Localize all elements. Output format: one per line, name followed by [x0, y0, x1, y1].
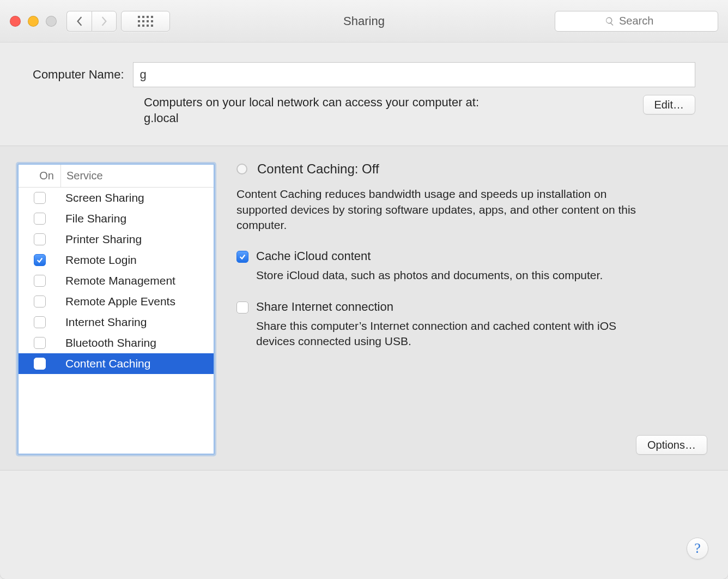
service-row[interactable]: Bluetooth Sharing [19, 333, 214, 353]
service-row[interactable]: Remote Apple Events [19, 291, 214, 312]
service-label: Content Caching [61, 357, 214, 370]
sharing-prefpane-window: Sharing Computer Name: Computers on your… [0, 0, 728, 579]
computer-name-input[interactable] [133, 62, 695, 87]
detail-option: Cache iCloud contentStore iCloud data, s… [236, 249, 707, 283]
option-label: Cache iCloud content [256, 249, 603, 263]
service-toggle-checkbox[interactable] [34, 316, 46, 328]
close-window-button[interactable] [10, 16, 21, 27]
option-checkbox[interactable] [236, 251, 248, 263]
service-toggle-checkbox[interactable] [34, 358, 46, 370]
service-row[interactable]: Internet Sharing [19, 312, 214, 333]
service-toggle-checkbox[interactable] [34, 254, 46, 266]
titlebar: Sharing [0, 0, 728, 43]
window-controls [10, 16, 57, 27]
computer-name-hint: Computers on your local network can acce… [144, 95, 632, 126]
status-title: Content Caching: Off [257, 161, 379, 177]
search-field[interactable] [555, 11, 718, 32]
back-button[interactable] [66, 11, 92, 32]
service-row[interactable]: Printer Sharing [19, 229, 214, 250]
service-toggle-checkbox[interactable] [34, 295, 46, 307]
show-all-button[interactable] [121, 11, 170, 32]
computer-name-label: Computer Name: [33, 68, 124, 82]
service-label: Screen Sharing [61, 191, 214, 204]
grid-icon [138, 16, 153, 27]
service-toggle-checkbox[interactable] [34, 192, 46, 204]
status-indicator-icon [236, 164, 247, 174]
services-header-on: On [19, 165, 61, 187]
edit-hostname-button[interactable]: Edit… [643, 95, 695, 114]
service-toggle-checkbox[interactable] [34, 275, 46, 287]
service-label: Printer Sharing [61, 233, 214, 246]
services-panel: On Service Screen SharingFile SharingPri… [0, 146, 728, 471]
minimize-window-button[interactable] [28, 16, 39, 27]
services-header-svc: Service [61, 170, 103, 182]
services-table[interactable]: On Service Screen SharingFile SharingPri… [17, 164, 215, 455]
body: Computer Name: Computers on your local n… [0, 43, 728, 579]
computer-name-section: Computer Name: Computers on your local n… [0, 43, 728, 142]
service-row[interactable]: Content Caching [19, 353, 214, 374]
search-icon [605, 16, 615, 26]
status-description: Content Caching reduces bandwidth usage … [236, 186, 640, 233]
option-description: Share this computer’s Internet connectio… [256, 318, 638, 349]
option-label: Share Internet connection [256, 300, 638, 314]
service-row[interactable]: Remote Management [19, 270, 214, 291]
chevron-left-icon [76, 16, 83, 26]
help-button[interactable]: ? [687, 538, 708, 559]
service-row[interactable]: File Sharing [19, 208, 214, 229]
service-label: Internet Sharing [61, 316, 214, 329]
services-header: On Service [19, 165, 214, 188]
service-detail: Content Caching: Off Content Caching red… [236, 164, 707, 455]
service-row[interactable]: Screen Sharing [19, 188, 214, 208]
service-label: Remote Management [61, 274, 214, 287]
chevron-right-icon [100, 16, 108, 26]
service-label: File Sharing [61, 212, 214, 225]
detail-option: Share Internet connectionShare this comp… [236, 300, 707, 349]
service-toggle-checkbox[interactable] [34, 233, 46, 245]
option-checkbox[interactable] [236, 301, 248, 313]
service-toggle-checkbox[interactable] [34, 213, 46, 225]
service-row[interactable]: Remote Login [19, 250, 214, 270]
computer-hostname: g.local [144, 111, 179, 125]
search-input[interactable] [619, 15, 668, 27]
service-toggle-checkbox[interactable] [34, 337, 46, 349]
zoom-window-button [46, 16, 57, 27]
service-label: Bluetooth Sharing [61, 336, 214, 349]
service-label: Remote Login [61, 254, 214, 267]
services-list: Screen SharingFile SharingPrinter Sharin… [19, 188, 214, 454]
options-button[interactable]: Options… [636, 435, 707, 455]
nav-segmented [66, 11, 117, 32]
option-description: Store iCloud data, such as photos and do… [256, 268, 603, 283]
forward-button[interactable] [92, 11, 117, 32]
computer-name-hint-prefix: Computers on your local network can acce… [144, 95, 479, 109]
service-label: Remote Apple Events [61, 295, 214, 308]
